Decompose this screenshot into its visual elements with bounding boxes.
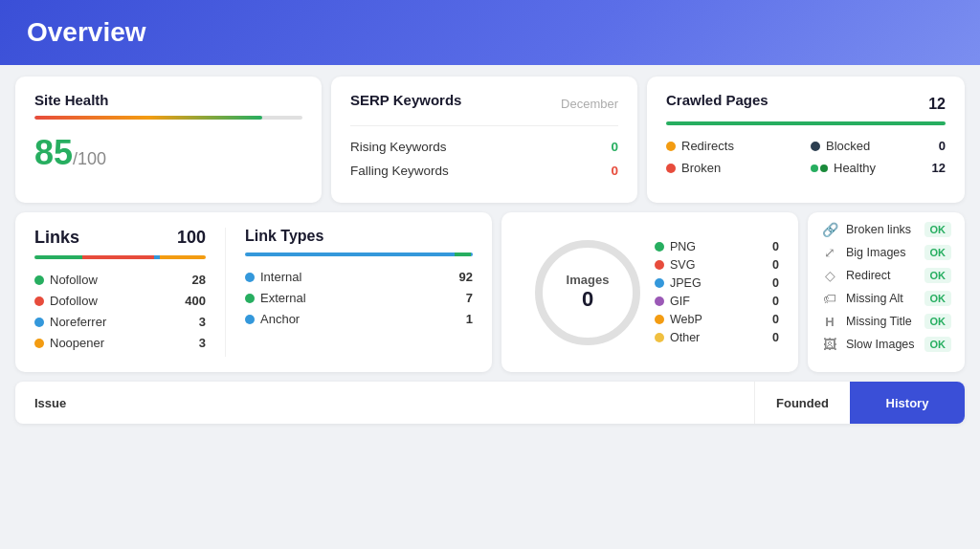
- noreferrer-label: Noreferrer: [50, 315, 106, 329]
- issue-broken-links: 🔗 Broken links OK: [821, 222, 951, 237]
- linktypes-bar: [245, 253, 473, 256]
- png-dot: [655, 242, 664, 252]
- serp-rising-row: Rising Keywords 0: [350, 140, 618, 154]
- serp-falling-label: Falling Keywords: [350, 164, 449, 178]
- noreferrer-value: 3: [199, 315, 206, 329]
- svg-value: 0: [772, 258, 779, 272]
- bottom-founded-col: Founded: [754, 382, 850, 424]
- site-health-card: Site Health 85/100: [15, 77, 322, 203]
- serp-falling-value: 0: [611, 164, 618, 178]
- broken-links-icon: 🔗: [821, 222, 838, 237]
- nofollow-value: 28: [192, 273, 206, 287]
- big-images-icon: ⤢: [821, 245, 838, 260]
- link-nofollow: Nofollow 28: [34, 273, 206, 287]
- anchor-label: Anchor: [260, 312, 300, 326]
- serp-falling-row: Falling Keywords 0: [350, 164, 618, 178]
- broken-label: Broken: [681, 161, 721, 175]
- webp-value: 0: [772, 313, 779, 326]
- redirect-icon: ◇: [821, 268, 838, 283]
- jpeg-label: JPEG: [670, 276, 702, 290]
- internal-dot: [245, 273, 255, 282]
- images-value: 0: [582, 287, 593, 312]
- big-images-label: Big Images: [846, 246, 917, 259]
- serp-card: SERP Keywords December Rising Keywords 0…: [331, 77, 637, 203]
- serp-rising-label: Rising Keywords: [350, 140, 447, 154]
- gif-label: GIF: [670, 295, 690, 308]
- other-label: Other: [670, 331, 700, 344]
- missing-alt-status: OK: [924, 291, 952, 306]
- healthy-value: 12: [932, 161, 946, 175]
- anchor-dot: [245, 315, 255, 324]
- img-gif: GIF 0: [655, 295, 779, 308]
- issue-slow-images: 🖼 Slow Images OK: [821, 337, 951, 352]
- linktype-anchor: Anchor 1: [245, 312, 473, 326]
- slow-images-label: Slow Images: [846, 338, 917, 351]
- redirect-label: Redirect: [846, 269, 917, 282]
- crawled-healthy: Healthy 12: [811, 161, 946, 175]
- webp-dot: [655, 315, 664, 324]
- img-png: PNG 0: [655, 240, 779, 253]
- crawled-header: Crawled Pages 12: [666, 92, 946, 116]
- row2: Links 100 Nofollow 28 Dofollow 400 Noref…: [15, 212, 965, 372]
- img-jpeg: JPEG 0: [655, 276, 779, 290]
- gif-value: 0: [772, 295, 779, 308]
- dofollow-dot: [34, 296, 44, 306]
- link-dofollow: Dofollow 400: [34, 294, 206, 308]
- site-health-title: Site Health: [34, 92, 302, 108]
- bottom-issue-col: Issue: [15, 396, 754, 410]
- noopener-dot: [34, 339, 44, 348]
- health-score-total: /100: [73, 149, 106, 168]
- health-score-display: 85/100: [34, 133, 302, 173]
- img-svg: SVG 0: [655, 258, 779, 272]
- redirect-status: OK: [924, 268, 952, 283]
- serp-month: December: [561, 97, 618, 111]
- page-header: Overview: [0, 0, 980, 65]
- gif-dot: [655, 296, 664, 306]
- external-dot: [245, 294, 255, 303]
- redirects-dot: [666, 142, 676, 151]
- img-webp: WebP 0: [655, 313, 779, 326]
- internal-label: Internal: [260, 270, 301, 284]
- serp-title: SERP Keywords: [350, 92, 461, 108]
- other-value: 0: [772, 331, 779, 344]
- redirects-label: Redirects: [681, 139, 734, 153]
- jpeg-value: 0: [772, 276, 779, 290]
- images-circle-wrap: Images 0: [521, 240, 655, 345]
- links-count: 100: [177, 228, 206, 248]
- jpeg-dot: [655, 278, 664, 288]
- missing-alt-label: Missing Alt: [846, 292, 917, 305]
- crawled-bar: [666, 121, 946, 125]
- broken-links-status: OK: [924, 222, 952, 237]
- healthy-dot-group: [811, 165, 828, 172]
- issue-missing-alt: 🏷 Missing Alt OK: [821, 291, 951, 306]
- images-types: PNG 0 SVG 0 JPEG 0 GIF 0: [655, 240, 779, 344]
- issues-card: 🔗 Broken links OK ⤢ Big Images OK ◇ Redi…: [808, 212, 965, 372]
- svg-dot: [655, 260, 664, 270]
- main-content: Site Health 85/100 SERP Keywords Decembe…: [0, 65, 980, 549]
- crawled-blocked: Blocked 0: [811, 139, 946, 153]
- slow-images-status: OK: [924, 337, 952, 352]
- external-value: 7: [466, 291, 473, 305]
- issue-missing-title: H Missing Title OK: [821, 314, 951, 329]
- healthy-dot2: [820, 165, 828, 172]
- links-title: Links: [34, 228, 79, 248]
- missing-alt-icon: 🏷: [821, 291, 838, 306]
- issue-big-images: ⤢ Big Images OK: [821, 245, 951, 260]
- png-label: PNG: [670, 240, 696, 253]
- images-label: Images: [567, 273, 610, 287]
- serp-header: SERP Keywords December: [350, 92, 618, 116]
- page-title: Overview: [27, 17, 146, 48]
- noreferrer-dot: [34, 318, 44, 327]
- internal-value: 92: [459, 270, 473, 284]
- crawled-count: 12: [928, 96, 946, 113]
- img-other: Other 0: [655, 331, 779, 344]
- external-label: External: [260, 291, 306, 305]
- health-bar: [34, 116, 302, 120]
- serp-divider: [350, 125, 618, 126]
- health-score: 85: [34, 133, 73, 172]
- svg-label: SVG: [670, 258, 695, 272]
- crawled-grid: Redirects Blocked 0 Broken: [666, 139, 946, 175]
- missing-title-icon: H: [821, 315, 838, 329]
- link-noopener: Noopener 3: [34, 336, 206, 350]
- missing-title-label: Missing Title: [846, 315, 917, 328]
